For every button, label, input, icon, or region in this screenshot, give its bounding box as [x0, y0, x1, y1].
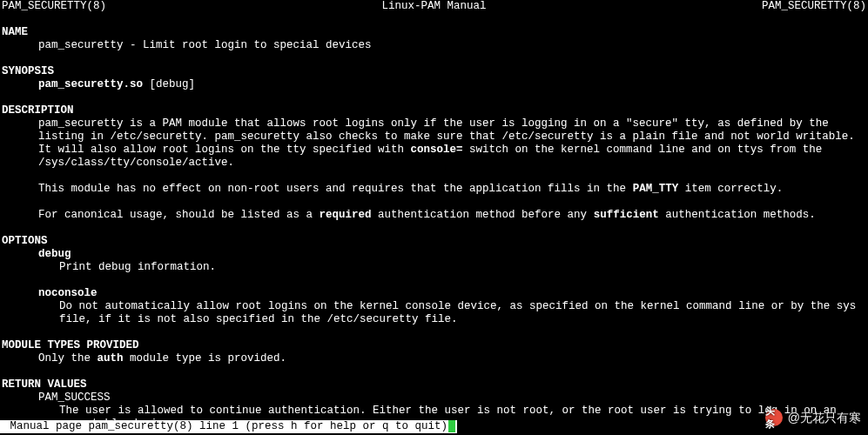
- module-types-text: Only the auth module type is provided.: [0, 352, 868, 365]
- description-p2: This module has no effect on non-root us…: [0, 183, 868, 196]
- section-options-heading: OPTIONS: [0, 235, 868, 248]
- section-description-heading: DESCRIPTION: [0, 104, 868, 117]
- option-desc: Do not automatically allow root logins o…: [0, 300, 868, 326]
- cursor: [448, 420, 455, 432]
- synopsis-args: [debug]: [143, 78, 195, 90]
- section-module-types-heading: MODULE TYPES PROVIDED: [0, 339, 868, 352]
- pager-status-text: Manual page pam_securetty(8) line 1 (pre…: [3, 420, 447, 432]
- section-synopsis-heading: SYNOPSIS: [0, 65, 868, 78]
- toutiao-logo-icon: 头条: [765, 409, 783, 426]
- name-text: pam_securetty - Limit root login to spec…: [0, 39, 868, 52]
- man-header: PAM_SECURETTY(8) Linux-PAM Manual PAM_SE…: [0, 0, 868, 13]
- option-desc: Print debug information.: [0, 261, 868, 274]
- description-p1: pam_securetty is a PAM module that allow…: [0, 117, 868, 170]
- option-name: debug: [0, 248, 868, 261]
- synopsis-text: pam_securetty.so [debug]: [0, 78, 868, 91]
- header-center: Linux-PAM Manual: [381, 0, 486, 13]
- return-value-name: PAM_SUCCESS: [0, 392, 868, 405]
- header-left: PAM_SECURETTY(8): [2, 0, 106, 13]
- section-return-values-heading: RETURN VALUES: [0, 378, 868, 392]
- synopsis-cmd: pam_securetty.so: [38, 78, 143, 90]
- watermark-text: @无花只有寒: [788, 412, 861, 425]
- pager-status-bar[interactable]: Manual page pam_securetty(8) line 1 (pre…: [0, 420, 457, 433]
- section-name-heading: NAME: [0, 26, 868, 39]
- description-p3: For canonical usage, should be listed as…: [0, 209, 868, 222]
- option-name: noconsole: [0, 287, 868, 300]
- header-right: PAM_SECURETTY(8): [762, 0, 866, 13]
- watermark: 头条 @无花只有寒: [765, 409, 861, 426]
